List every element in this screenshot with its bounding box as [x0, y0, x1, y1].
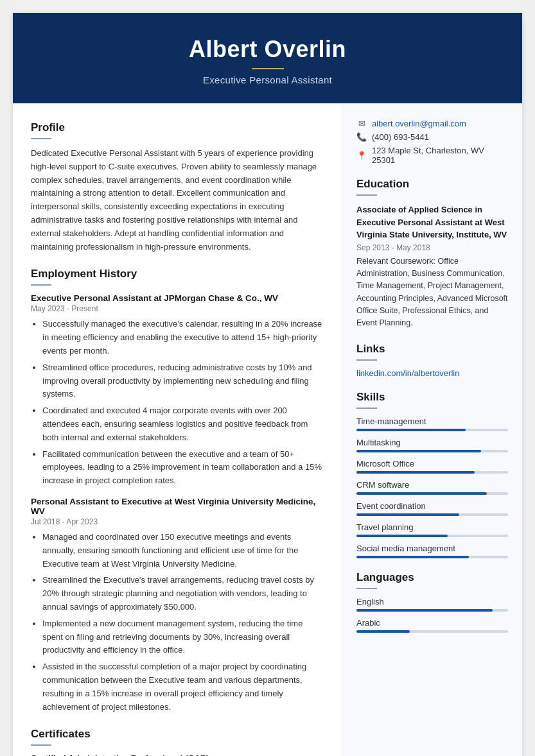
job-dates-1: Jul 2018 - Apr 2023: [31, 517, 324, 526]
job-title-1: Personal Assistant to Executive at West …: [31, 497, 324, 516]
header-title: Executive Personal Assistant: [26, 74, 509, 85]
links-title: Links: [356, 343, 508, 356]
employment-section: Employment History Executive Personal As…: [31, 268, 324, 714]
skill-bar-bg-0: [356, 429, 508, 431]
certificates-divider: [31, 744, 51, 746]
profile-text: Dedicated Executive Personal Assistant w…: [31, 147, 324, 253]
job-item: Executive Personal Assistant at JPMorgan…: [31, 293, 324, 488]
skill-label-6: Social media management: [356, 544, 508, 553]
linkedin-link[interactable]: linkedin.com/in/albertoverlin: [356, 368, 459, 378]
certificates-title: Certificates: [31, 728, 324, 741]
contact-address: 📍 123 Maple St, Charleston, WV 25301: [356, 146, 508, 165]
cert-item: Certified Administrative Professional (C…: [31, 753, 324, 756]
lang-bar-bg-1: [356, 630, 508, 633]
contact-email: ✉ albert.overlin@gmail.com: [356, 119, 508, 128]
skills-divider: [356, 408, 377, 409]
skill-label-5: Travel planning: [356, 522, 508, 532]
cert-title-0: Certified Administrative Professional (C…: [31, 753, 324, 756]
phone-value: (400) 693-5441: [372, 132, 429, 142]
job-item: Personal Assistant to Executive at West …: [31, 497, 324, 714]
resume-container: Albert Overlin Executive Personal Assist…: [13, 13, 522, 756]
email-link[interactable]: albert.overlin@gmail.com: [372, 119, 466, 128]
edu-degree: Associate of Applied Science in Executiv…: [356, 203, 508, 241]
skill-bar-fill-2: [356, 471, 475, 474]
contact-section: ✉ albert.overlin@gmail.com 📞 (400) 693-5…: [356, 119, 508, 165]
skill-label-0: Time-management: [356, 417, 508, 426]
body: Profile Dedicated Executive Personal Ass…: [13, 103, 522, 756]
header-name: Albert Overlin: [26, 36, 509, 63]
address-value: 123 Maple St, Charleston, WV 25301: [372, 146, 508, 165]
lang-bar-bg-0: [356, 609, 508, 612]
languages-divider: [356, 588, 377, 589]
job-list: Executive Personal Assistant at JPMorgan…: [31, 293, 324, 714]
job-bullet: Coordinated and executed 4 major corpora…: [42, 404, 324, 444]
lang-bar-fill-0: [356, 609, 493, 612]
job-bullets-0: Successfully managed the executive's cal…: [31, 318, 324, 488]
phone-icon: 📞: [356, 132, 367, 142]
job-dates-0: May 2023 - Present: [31, 304, 324, 313]
skill-bar-bg-5: [356, 535, 508, 537]
lang-label-1: Arabic: [356, 618, 508, 628]
skill-bar-bg-6: [356, 556, 508, 558]
lang-label-0: English: [356, 597, 508, 606]
education-section: Education Associate of Applied Science i…: [356, 178, 508, 330]
linkedin-link-item: linkedin.com/in/albertoverlin: [356, 368, 508, 378]
edu-dates: Sep 2013 - May 2018: [356, 243, 508, 252]
profile-title: Profile: [31, 121, 324, 134]
lang-bar-fill-1: [356, 630, 410, 633]
job-bullet: Streamlined the Executive's travel arran…: [42, 574, 324, 614]
job-bullet: Managed and coordinated over 150 executi…: [42, 531, 324, 571]
job-bullets-1: Managed and coordinated over 150 executi…: [31, 531, 324, 714]
links-divider: [356, 359, 377, 361]
skill-label-1: Multitasking: [356, 438, 508, 447]
skill-bar-bg-2: [356, 471, 508, 474]
skills-section: Skills Time-management Multitasking Micr…: [356, 391, 508, 558]
skills-title: Skills: [356, 391, 508, 404]
contact-phone: 📞 (400) 693-5441: [356, 132, 508, 142]
skills-list: Time-management Multitasking Microsoft O…: [356, 417, 508, 558]
language-item: Arabic: [356, 618, 508, 633]
skill-item: CRM software: [356, 480, 508, 495]
employment-title: Employment History: [31, 268, 324, 280]
cert-list: Certified Administrative Professional (C…: [31, 753, 324, 756]
skill-bar-fill-1: [356, 450, 481, 452]
education-divider: [356, 194, 377, 196]
job-bullet: Assisted in the successful completion of…: [42, 660, 324, 714]
header-divider: [252, 68, 284, 69]
job-bullet: Successfully managed the executive's cal…: [42, 318, 324, 357]
job-bullet: Implemented a new document management sy…: [42, 617, 324, 657]
languages-list: English Arabic: [356, 597, 508, 633]
edu-coursework: Relevant Coursework: Office Administrati…: [356, 255, 508, 330]
profile-section: Profile Dedicated Executive Personal Ass…: [31, 121, 324, 253]
skill-bar-fill-3: [356, 492, 487, 495]
skill-label-3: CRM software: [356, 480, 508, 490]
links-section: Links linkedin.com/in/albertoverlin: [356, 343, 508, 378]
skill-item: Time-management: [356, 417, 508, 431]
skill-bar-bg-1: [356, 450, 508, 452]
skill-bar-bg-4: [356, 513, 508, 516]
language-item: English: [356, 597, 508, 612]
skill-item: Travel planning: [356, 522, 508, 537]
location-icon: 📍: [356, 151, 367, 160]
left-column: Profile Dedicated Executive Personal Ass…: [13, 103, 342, 756]
skill-item: Multitasking: [356, 438, 508, 452]
job-bullet: Facilitated communication between the ex…: [42, 448, 324, 488]
skill-bar-fill-5: [356, 535, 448, 537]
languages-title: Languages: [356, 571, 508, 584]
skill-item: Event coordination: [356, 501, 508, 516]
skill-bar-fill-0: [356, 429, 466, 431]
employment-divider: [31, 284, 51, 286]
profile-divider: [31, 138, 51, 139]
job-bullet: Streamlined office procedures, reducing …: [42, 361, 324, 401]
skill-bar-bg-3: [356, 492, 508, 495]
skill-item: Social media management: [356, 544, 508, 558]
skill-bar-fill-6: [356, 556, 469, 558]
skill-label-2: Microsoft Office: [356, 459, 508, 468]
skill-item: Microsoft Office: [356, 459, 508, 474]
header: Albert Overlin Executive Personal Assist…: [13, 13, 522, 103]
job-title-0: Executive Personal Assistant at JPMorgan…: [31, 293, 324, 303]
education-title: Education: [356, 178, 508, 191]
certificates-section: Certificates Certified Administrative Pr…: [31, 728, 324, 756]
languages-section: Languages English Arabic: [356, 571, 508, 633]
skill-bar-fill-4: [356, 513, 459, 516]
